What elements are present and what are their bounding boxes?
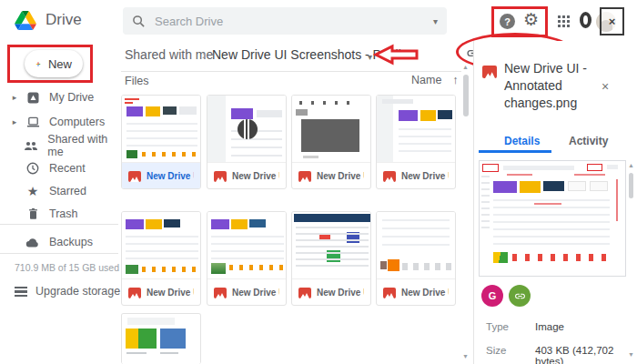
image-file-icon: [383, 171, 396, 182]
file-card[interactable]: New Drive UI - ...: [291, 211, 371, 306]
image-file-icon: [298, 171, 311, 182]
preview-art: [587, 164, 602, 171]
preview-art: [482, 164, 499, 172]
storage-bars-icon: [15, 287, 27, 297]
preview-art: [568, 181, 586, 191]
scrollbar-up-icon[interactable]: ▲: [462, 64, 469, 70]
sidebar-item-my-drive[interactable]: ▸ My Drive: [0, 87, 118, 107]
file-thumbnail: [207, 96, 286, 163]
sidebar-item-recent[interactable]: Recent: [0, 158, 118, 178]
sidebar-label: Recent: [49, 162, 86, 175]
tab-details[interactable]: Details: [504, 135, 540, 147]
drive-logo-icon: [15, 11, 36, 30]
help-icon[interactable]: ?: [500, 14, 515, 29]
preview-art: [607, 165, 618, 169]
upgrade-storage-button[interactable]: Upgrade storage: [15, 285, 120, 298]
active-tab-underline: [479, 150, 551, 153]
file-name: New Drive UI - ...: [401, 171, 449, 181]
file-name: New Drive UI - ...: [232, 288, 279, 298]
file-name: New Drive UI - ...: [317, 288, 364, 298]
drive-app-window: Drive ▾ ? ⚙ × Shared with me › New Drive…: [0, 0, 637, 364]
file-thumbnail: [122, 212, 200, 279]
search-bar[interactable]: ▾: [123, 7, 447, 35]
preview-art: [507, 174, 532, 176]
new-button-label: New: [48, 57, 72, 71]
sidebar-item-computers[interactable]: ▸ Computers: [0, 112, 118, 132]
file-card[interactable]: [121, 313, 201, 364]
expand-caret-icon[interactable]: ▸: [7, 93, 22, 102]
header-divider: [121, 71, 461, 72]
search-options-caret-icon[interactable]: ▾: [433, 16, 438, 26]
preview-art: [574, 174, 605, 176]
file-thumbnail: [292, 96, 370, 163]
panel-scrollbar-thumb[interactable]: [629, 173, 633, 198]
file-card[interactable]: New Drive UI - ...: [121, 95, 201, 189]
sidebar-divider: [0, 224, 118, 225]
panel-scrollbar-up-icon[interactable]: ▲: [628, 162, 634, 168]
new-button[interactable]: New: [25, 50, 83, 77]
starred-star-icon: ★: [25, 184, 40, 198]
preview-art: [503, 166, 574, 170]
preview-art: [493, 252, 508, 263]
tab-activity[interactable]: Activity: [569, 135, 608, 147]
image-file-icon: [128, 171, 141, 182]
preview-art: [534, 203, 561, 205]
file-card[interactable]: New Drive UI - ...: [376, 211, 456, 306]
file-card[interactable]: New Drive UI - ...: [121, 211, 201, 306]
file-name: New Drive UI - ...: [401, 288, 449, 298]
google-apps-grid-icon[interactable]: [557, 15, 570, 27]
breadcrumb-current[interactable]: New Drive UI Screenshots - Public: [212, 47, 408, 62]
file-card[interactable]: New Drive UI - ...: [207, 95, 287, 189]
backups-cloud-icon: [25, 235, 40, 249]
sidebar-item-backups[interactable]: Backups: [0, 232, 118, 252]
sidebar-label: Shared with me: [47, 133, 118, 158]
image-file-icon: [214, 288, 227, 298]
files-section-label: Files: [125, 75, 148, 87]
expand-caret-icon[interactable]: ▸: [7, 117, 22, 126]
file-card-footer: New Drive UI - ...: [122, 279, 200, 306]
sidebar-divider: [0, 253, 118, 254]
search-input[interactable]: [155, 15, 424, 28]
sort-by-name-label[interactable]: Name: [411, 74, 441, 86]
panel-scrollbar-down-icon[interactable]: ▼: [628, 351, 634, 358]
folder-dropdown-caret-icon[interactable]: ▾: [368, 52, 372, 62]
link-shared-badge[interactable]: [509, 285, 531, 307]
file-card[interactable]: New Drive UI - ...: [376, 95, 456, 189]
scrollbar-thumb[interactable]: [463, 75, 469, 116]
file-card[interactable]: New Drive UI - ...: [207, 211, 287, 306]
sidebar-item-shared-with-me[interactable]: Shared with me: [0, 136, 118, 156]
sort-control[interactable]: Name ↑: [411, 74, 459, 86]
sidebar-item-starred[interactable]: ★ Starred: [0, 181, 118, 201]
owner-avatar-badge[interactable]: G: [481, 285, 503, 307]
file-card-footer: New Drive UI - ...: [292, 279, 370, 306]
file-preview-image[interactable]: [479, 160, 626, 277]
file-card-footer: New Drive UI - ...: [122, 163, 200, 189]
sidebar-label: Backups: [49, 236, 93, 248]
sidebar-item-trash[interactable]: Trash: [0, 204, 118, 224]
scrollbar-down-icon[interactable]: ▼: [462, 353, 469, 359]
breadcrumb-root[interactable]: Shared with me: [125, 47, 213, 62]
file-thumbnail: [292, 212, 370, 279]
field-label-size: Size: [486, 345, 506, 356]
my-drive-icon: [25, 90, 40, 105]
preview-art: [590, 181, 608, 191]
plus-icon: [35, 57, 41, 71]
sort-direction-up-icon[interactable]: ↑: [452, 74, 458, 86]
file-thumbnail: [122, 314, 200, 364]
settings-gear-icon[interactable]: ⚙: [523, 9, 539, 30]
app-title: Drive: [46, 11, 82, 29]
account-avatar-dark[interactable]: [580, 12, 592, 28]
trash-icon: [25, 207, 40, 221]
preview-art: [543, 181, 564, 191]
drive-logo[interactable]: Drive: [15, 7, 115, 33]
preview-art: [481, 176, 490, 232]
annotation-close-box: ×: [600, 7, 624, 35]
file-thumbnail: [122, 96, 200, 163]
image-file-icon: [298, 288, 311, 298]
file-thumbnail: [377, 212, 455, 279]
upgrade-storage-label: Upgrade storage: [35, 285, 120, 298]
panel-close-icon[interactable]: ×: [602, 79, 609, 94]
file-card[interactable]: New Drive UI - ...: [291, 95, 371, 189]
file-name: New Drive UI - ...: [147, 171, 194, 181]
preview-art: [493, 181, 517, 193]
